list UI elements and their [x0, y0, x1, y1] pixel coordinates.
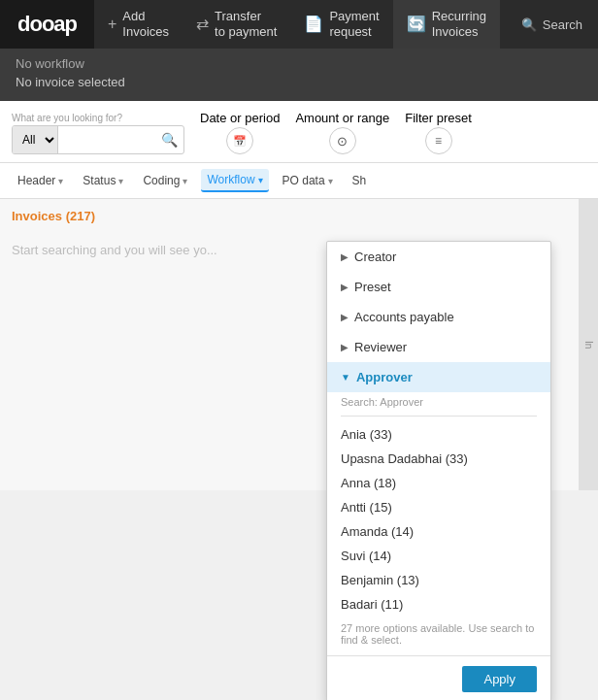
- approver-suvi[interactable]: Suvi (14): [327, 544, 550, 568]
- ap-chevron: ▶: [341, 312, 349, 322]
- search-icon: 🔍: [521, 17, 537, 32]
- recurring-label: RecurringInvoices: [432, 9, 486, 39]
- sh-col-label: Sh: [352, 174, 367, 187]
- accounts-payable-label: Accounts payable: [354, 310, 454, 324]
- header-col-arrow: ▾: [58, 176, 63, 186]
- approver-benjamin[interactable]: Benjamin (13): [327, 568, 550, 592]
- search-input[interactable]: [58, 126, 155, 153]
- add-invoices-button[interactable]: + AddInvoices: [94, 0, 183, 49]
- no-workflow-text: No workflow: [16, 56, 582, 71]
- reviewer-chevron: ▶: [341, 342, 349, 352]
- no-invoice-text: No invoice selected: [16, 75, 582, 89]
- preset-label: Preset: [354, 280, 391, 294]
- transfer-to-payment-button[interactable]: ⇄ Transferto payment: [183, 0, 290, 49]
- all-select[interactable]: All: [13, 126, 58, 153]
- recurring-invoices-button[interactable]: 🔄 RecurringInvoices: [393, 0, 500, 49]
- po-data-col-label: PO data: [282, 174, 325, 187]
- logo: dooap: [0, 0, 94, 49]
- filter-preset-button[interactable]: ≡: [425, 127, 452, 154]
- add-invoices-label: AddInvoices: [122, 9, 169, 39]
- more-options-text: 27 more options available. Use search to…: [327, 617, 550, 651]
- creator-label: Creator: [354, 250, 396, 264]
- column-headers: Header ▾ Status ▾ Coding ▾ Workflow ▾ PO…: [0, 163, 598, 199]
- date-picker-button[interactable]: 📅: [226, 127, 253, 154]
- search-button[interactable]: 🔍 Search: [506, 0, 598, 49]
- workflow-dropdown: ▶ Creator ▶ Preset ▶ Accounts payable ▶ …: [326, 241, 551, 700]
- amount-label: Amount or range: [295, 111, 389, 125]
- coding-col-arrow: ▾: [183, 176, 187, 186]
- po-data-col[interactable]: PO data ▾: [277, 170, 339, 191]
- approver-antti[interactable]: Antti (15): [327, 495, 550, 519]
- filter-label: Filter preset: [405, 111, 472, 125]
- search-submit-button[interactable]: 🔍: [155, 128, 183, 151]
- dropdown-reviewer[interactable]: ▶ Reviewer: [327, 332, 550, 362]
- transfer-label: Transferto payment: [215, 9, 277, 39]
- right-panel: In: [579, 199, 598, 490]
- payment-icon: 📄: [304, 15, 323, 33]
- apply-bar: Apply: [327, 655, 550, 700]
- filter-group: Filter preset ≡: [405, 111, 472, 154]
- status-col-arrow: ▾: [118, 176, 123, 186]
- dropdown-accounts-payable[interactable]: ▶ Accounts payable: [327, 302, 550, 332]
- approver-label: Approver: [356, 370, 413, 384]
- date-label: Date or period: [200, 111, 280, 125]
- sh-col[interactable]: Sh: [347, 170, 373, 191]
- dropdown-preset[interactable]: ▶ Preset: [327, 272, 550, 302]
- recurring-icon: 🔄: [407, 15, 426, 33]
- workflow-col-arrow: ▾: [258, 175, 263, 185]
- coding-col-label: Coding: [143, 174, 180, 187]
- payment-label: Paymentrequest: [329, 9, 379, 39]
- approver-badari[interactable]: Badari (11): [327, 592, 550, 617]
- search-group: What are you looking for? All 🔍: [12, 113, 184, 154]
- date-group: Date or period 📅: [200, 111, 280, 154]
- search-label: Search: [543, 17, 582, 32]
- amount-group: Amount or range ⊙: [295, 111, 389, 154]
- approver-divider: [341, 416, 537, 417]
- approver-chevron: ▼: [341, 372, 350, 383]
- header-col-label: Header: [17, 174, 55, 187]
- amount-picker-button[interactable]: ⊙: [329, 127, 356, 154]
- search-input-wrap: All 🔍: [12, 125, 184, 154]
- status-col[interactable]: Status ▾: [77, 170, 129, 191]
- sub-header: No workflow No invoice selected: [0, 49, 598, 101]
- po-data-col-arrow: ▾: [328, 176, 333, 186]
- plus-icon: +: [108, 15, 116, 33]
- apply-button[interactable]: Apply: [462, 666, 537, 692]
- invoices-count: Invoices (217): [12, 209, 586, 223]
- dropdown-creator[interactable]: ▶ Creator: [327, 242, 550, 272]
- workflow-col[interactable]: Workflow ▾: [201, 169, 268, 192]
- right-panel-label: In: [583, 341, 594, 349]
- search-bar-area: What are you looking for? All 🔍 Date or …: [0, 101, 598, 163]
- search-label-text: What are you looking for?: [12, 113, 184, 123]
- dropdown-approver[interactable]: ▼ Approver: [327, 362, 550, 392]
- header-col[interactable]: Header ▾: [12, 170, 69, 191]
- workflow-col-label: Workflow: [207, 173, 254, 186]
- preset-chevron: ▶: [341, 282, 349, 292]
- coding-col[interactable]: Coding ▾: [137, 170, 193, 191]
- transfer-icon: ⇄: [196, 15, 209, 33]
- approver-anna[interactable]: Anna (18): [327, 471, 550, 495]
- reviewer-label: Reviewer: [354, 340, 407, 354]
- approver-upasna[interactable]: Upasna Dadabhai (33): [327, 447, 550, 471]
- approver-ania[interactable]: Ania (33): [327, 422, 550, 447]
- status-col-label: Status: [83, 174, 116, 187]
- approver-amanda[interactable]: Amanda (14): [327, 519, 550, 544]
- approver-search-hint: Search: Approver: [341, 396, 537, 408]
- creator-chevron: ▶: [341, 251, 349, 262]
- top-nav: dooap + AddInvoices ⇄ Transferto payment…: [0, 0, 598, 49]
- payment-request-button[interactable]: 📄 Paymentrequest: [290, 0, 392, 49]
